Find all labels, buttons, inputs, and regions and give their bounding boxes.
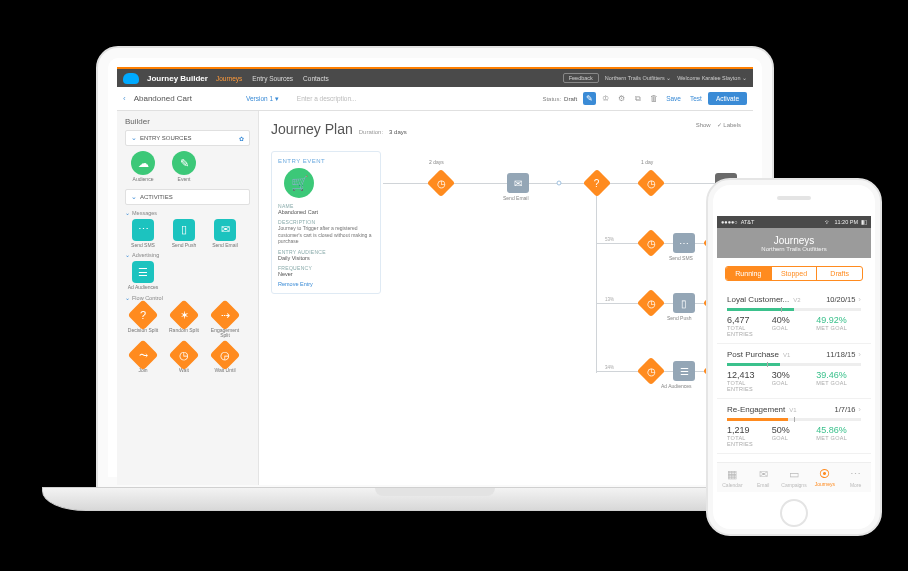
- journeys-icon: ⦿: [819, 468, 830, 480]
- app-header: Journey Builder Journeys Entry Sources C…: [117, 67, 753, 87]
- gear-icon[interactable]: ✿: [239, 135, 244, 142]
- nav-journeys[interactable]: Journeys: [216, 75, 242, 82]
- status-value: Draft: [564, 96, 577, 102]
- edit-icon[interactable]: ✎: [583, 92, 596, 105]
- phone-header: Journeys Northern Trails Outfitters: [717, 228, 871, 258]
- feedback-button[interactable]: Feedback: [563, 73, 599, 83]
- signal-icon: ●●●●○: [721, 219, 738, 225]
- tile-join[interactable]: ⤳ Join: [125, 344, 161, 374]
- chevron-right-icon: ›: [858, 350, 861, 359]
- tab-more[interactable]: ⋯More: [840, 463, 871, 492]
- tile-send-email[interactable]: ✉ Send Email: [207, 219, 243, 249]
- wait-node[interactable]: ◷: [427, 169, 455, 197]
- tab-campaigns[interactable]: ▭Campaigns: [779, 463, 810, 492]
- tile-send-sms[interactable]: ⋯ Send SMS: [125, 219, 161, 249]
- remove-entry-link[interactable]: Remove Entry: [278, 281, 374, 287]
- wait-node-3[interactable]: ◷: [637, 229, 665, 257]
- tile-decision-split[interactable]: ? Decision Split: [125, 304, 161, 339]
- push-icon: ▯: [173, 219, 195, 241]
- show-label: Show: [696, 122, 711, 128]
- journey-card[interactable]: Loyal Customer... V2 10/20/15 › 6,477TOT…: [717, 289, 871, 344]
- wifi-icon: ᯤ: [825, 219, 831, 225]
- home-button[interactable]: [780, 499, 808, 527]
- tile-audience[interactable]: ☁ Audience: [125, 151, 161, 183]
- nav-contacts[interactable]: Contacts: [303, 75, 329, 82]
- tile-event[interactable]: ✎ Event: [166, 151, 202, 183]
- cart-icon: 🛒: [284, 168, 314, 198]
- journey-name: Post Purchase: [727, 350, 779, 359]
- tab-calendar[interactable]: ▦Calendar: [717, 463, 748, 492]
- laptop-screen: Journey Builder Journeys Entry Sources C…: [117, 67, 753, 485]
- goal-icon[interactable]: ♔: [599, 92, 612, 105]
- tab-journeys[interactable]: ⦿Journeys: [809, 463, 840, 492]
- delete-icon[interactable]: 🗑: [647, 92, 660, 105]
- org-dropdown[interactable]: Northern Trails Outfitters ⌄: [605, 75, 671, 81]
- journey-version: V1: [783, 352, 826, 358]
- flow-icon: ⤳: [127, 339, 158, 370]
- builder-title: Builder: [125, 117, 250, 126]
- flow-icon: ◷: [168, 339, 199, 370]
- ad-audiences-icon: ☰: [132, 261, 154, 283]
- segment-stopped[interactable]: Stopped: [771, 267, 818, 280]
- segment-drafts[interactable]: Drafts: [817, 267, 862, 280]
- journey-date: 10/20/15: [826, 295, 855, 304]
- ad-audiences-node[interactable]: ☰: [673, 361, 695, 381]
- canvas-duration-value: 3 days: [389, 129, 407, 135]
- tile-wait-until[interactable]: ◶ Wait Until: [207, 344, 243, 374]
- progress-bar: [727, 363, 861, 366]
- journey-version: V1: [789, 407, 834, 413]
- tile-engagement-split[interactable]: ⇢ Engagement Split: [207, 304, 243, 339]
- segment-running[interactable]: Running: [726, 267, 771, 280]
- subsection-flow-control[interactable]: ⌄ Flow Control: [125, 295, 250, 301]
- email-icon: ✉: [214, 219, 236, 241]
- send-email-node[interactable]: ✉: [507, 173, 529, 193]
- user-menu[interactable]: Welcome Karalee Slayton ⌄: [677, 75, 747, 81]
- wait-node-5[interactable]: ◷: [637, 357, 665, 385]
- phone-frame: ●●●●○ AT&T ᯤ 11:20 PM ▮▯ Journeys Northe…: [706, 178, 882, 536]
- chevron-down-icon: ⌄: [131, 193, 137, 201]
- version-dropdown[interactable]: Version 1 ▾: [246, 95, 279, 103]
- send-push-node[interactable]: ▯: [673, 293, 695, 313]
- entry-event-card[interactable]: ENTRY EVENT 🛒 NAME Abandoned Cart DESCRI…: [271, 151, 381, 294]
- subsection-advertising[interactable]: ⌄ Advertising: [125, 252, 250, 258]
- campaigns-icon: ▭: [789, 468, 799, 481]
- segment-control: Running Stopped Drafts: [725, 266, 863, 281]
- journey-canvas[interactable]: Journey Plan Duration: 3 days Show ✓ Lab…: [259, 111, 753, 485]
- subsection-messages[interactable]: ⌄ Messages: [125, 210, 250, 216]
- activate-button[interactable]: Activate: [708, 92, 747, 105]
- copy-icon[interactable]: ⧉: [631, 92, 644, 105]
- progress-bar: [727, 308, 861, 311]
- description-input[interactable]: Enter a description...: [297, 95, 357, 102]
- journey-card[interactable]: Re-Engagement V1 1/7/16 › 1,219TOTAL ENT…: [717, 399, 871, 454]
- laptop-frame: Journey Builder Journeys Entry Sources C…: [96, 46, 774, 489]
- tab-email[interactable]: ✉Email: [748, 463, 779, 492]
- phone-subtitle: Northern Trails Outfitters: [761, 246, 826, 252]
- flow-icon: ?: [127, 299, 158, 330]
- calendar-icon: ▦: [727, 468, 737, 481]
- journey-card[interactable]: Post Purchase V1 11/18/15 › 12,413TOTAL …: [717, 344, 871, 399]
- test-button[interactable]: Test: [690, 95, 702, 102]
- journey-name: Loyal Customer...: [727, 295, 789, 304]
- tile-ad-audiences[interactable]: ☰ Ad Audiences: [125, 261, 161, 291]
- journey-name: Re-Engagement: [727, 405, 785, 414]
- decision-split-node[interactable]: ?: [583, 169, 611, 197]
- labels-toggle[interactable]: ✓ Labels: [717, 121, 741, 128]
- more-icon: ⋯: [850, 468, 861, 481]
- header-nav: Journeys Entry Sources Contacts: [216, 75, 329, 82]
- back-button[interactable]: ‹: [123, 94, 126, 103]
- settings-icon[interactable]: ⚙: [615, 92, 628, 105]
- tile-wait[interactable]: ◷ Wait: [166, 344, 202, 374]
- section-entry-sources[interactable]: ⌄ ENTRY SOURCES ✿: [125, 130, 250, 146]
- tile-random-split[interactable]: ✶ Random Split: [166, 304, 202, 339]
- status-label: Status:: [542, 96, 561, 102]
- save-button[interactable]: Save: [666, 95, 681, 102]
- send-sms-node[interactable]: ⋯: [673, 233, 695, 253]
- carrier-label: AT&T: [741, 219, 823, 225]
- section-activities[interactable]: ⌄ ACTIVITIES: [125, 189, 250, 205]
- salesforce-cloud-icon: [123, 73, 139, 84]
- clock: 11:20 PM: [834, 219, 858, 225]
- nav-entry-sources[interactable]: Entry Sources: [252, 75, 293, 82]
- tile-send-push[interactable]: ▯ Send Push: [166, 219, 202, 249]
- wait-node-2[interactable]: ◷: [637, 169, 665, 197]
- wait-node-4[interactable]: ◷: [637, 289, 665, 317]
